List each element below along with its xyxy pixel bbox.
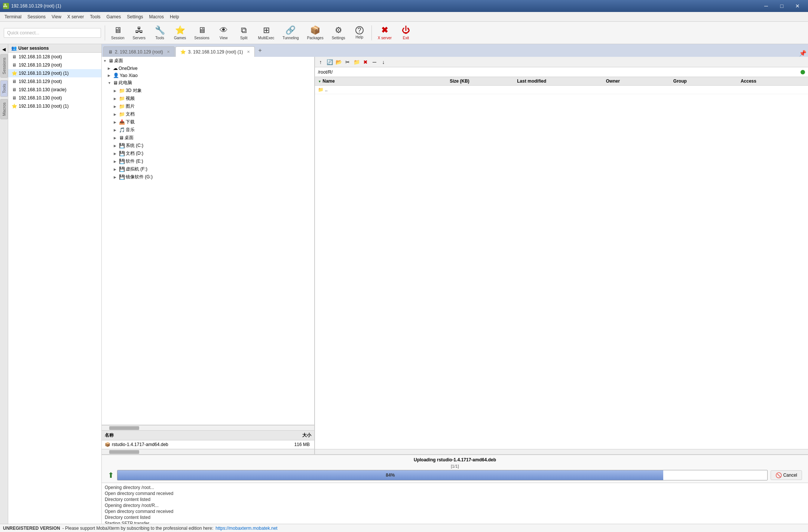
local-file-item[interactable]: 📦 rstudio-1.4.1717-amd64.deb 116 MB — [102, 440, 314, 449]
status-link[interactable]: https://mobaxterm.mobatek.net — [215, 526, 277, 531]
session-icon-1: 🖥 — [11, 62, 17, 68]
sidebar-tab-macros[interactable]: Macros — [0, 99, 8, 119]
tree-item[interactable]: ▶ 📁 视频 — [102, 95, 314, 102]
menu-xserver[interactable]: X server — [64, 13, 87, 20]
tab-close-0[interactable]: ✕ — [167, 50, 170, 54]
log-line-4: Open directory command received — [105, 508, 805, 514]
col-group-header[interactable]: Group — [672, 78, 739, 84]
toolbar-multiexec[interactable]: ⊞ MultiExec — [254, 23, 278, 43]
session-item[interactable]: 🖥 192.168.10.130 (oracle) — [8, 86, 101, 94]
tree-item[interactable]: ▶ 📁 图片 — [102, 102, 314, 110]
tree-item[interactable]: ▶ 💾 系统 (C:) — [102, 142, 314, 150]
tree-item[interactable]: ▶ 📥 下载 — [102, 118, 314, 126]
tree-toggle[interactable]: ▶ — [114, 97, 118, 101]
menu-terminal[interactable]: Terminal — [1, 13, 24, 20]
new-tab-button[interactable]: + — [255, 46, 265, 55]
session-item[interactable]: 🖥 192.168.10.129 (root) — [8, 61, 101, 69]
tree-item[interactable]: ▶ 🖥 桌面 — [102, 134, 314, 142]
col-size-header[interactable]: Size (KB) — [448, 78, 515, 84]
tree-item[interactable]: ▶ 💾 虚拟机 (F:) — [102, 165, 314, 173]
col-modified-header[interactable]: Last modified — [515, 78, 604, 84]
toolbar-session[interactable]: 🖥 Session — [107, 23, 128, 43]
sftp-btn-rename[interactable]: ─ — [370, 58, 379, 66]
tab-0[interactable]: 🖥 2. 192.168.10.129 (root) ✕ — [103, 46, 175, 57]
tree-toggle[interactable]: ▶ — [114, 160, 118, 163]
tree-toggle[interactable]: ▶ — [114, 175, 118, 179]
toolbar-packages[interactable]: 📦 Packages — [303, 23, 327, 43]
maximize-button[interactable]: □ — [774, 0, 789, 12]
toolbar-tools[interactable]: 🔧 Tools — [150, 23, 169, 43]
menu-macros[interactable]: Macros — [146, 13, 167, 20]
tree-item[interactable]: ▶ 💾 镜像软件 (G:) — [102, 173, 314, 181]
tree-toggle[interactable]: ▶ — [114, 113, 118, 116]
tree-toggle[interactable]: ▶ — [114, 136, 118, 140]
sftp-btn-delete[interactable]: ✖ — [361, 58, 370, 66]
minimize-button[interactable]: ─ — [759, 0, 774, 12]
tree-item[interactable]: ▶ 👤 Yao Xiao — [102, 72, 314, 79]
session-item-active[interactable]: ⭐ 192.168.10.129 (root) (1) — [8, 69, 101, 77]
menu-tools[interactable]: Tools — [87, 13, 104, 20]
file-list-row[interactable]: 📁 .. — [315, 86, 808, 94]
sftp-btn-open[interactable]: 📂 — [334, 58, 343, 66]
tree-toggle[interactable]: ▶ — [114, 120, 118, 124]
tree-toggle[interactable]: ▶ — [108, 74, 112, 77]
toolbar-view[interactable]: 👁 View — [214, 23, 233, 43]
local-tree-scrollbar-h[interactable] — [102, 425, 314, 430]
tree-toggle[interactable]: ▶ — [114, 105, 118, 108]
tree-item[interactable]: ▶ ☁ OneDrive — [102, 65, 314, 72]
tree-toggle[interactable]: ▶ — [114, 167, 118, 171]
session-item[interactable]: 🖥 192.168.10.128 (root) — [8, 53, 101, 61]
quick-connect-input[interactable]: Quick connect... — [4, 28, 101, 38]
remote-scrollbar-h[interactable] — [315, 449, 808, 454]
sftp-btn-edit[interactable]: ✂ — [343, 58, 352, 66]
tree-toggle[interactable]: ▶ — [114, 152, 118, 156]
tree-toggle[interactable]: ▶ — [114, 89, 118, 93]
tab-close-1[interactable]: ✕ — [247, 50, 250, 54]
tree-toggle[interactable]: ▶ — [108, 67, 112, 70]
tree-item[interactable]: ▶ 📁 3D 对象 — [102, 87, 314, 95]
toolbar-games[interactable]: ⭐ Games — [170, 23, 190, 43]
col-name-header[interactable]: ▼ Name — [316, 78, 448, 84]
tree-item[interactable]: ▼ 🖥 桌面 — [102, 57, 314, 65]
tree-toggle[interactable]: ▼ — [108, 81, 112, 85]
sftp-btn-refresh[interactable]: 🔄 — [325, 58, 334, 66]
toolbar-exit[interactable]: ⏻ Exit — [396, 23, 416, 43]
tree-toggle[interactable]: ▼ — [103, 59, 108, 63]
toolbar-sessions[interactable]: 🖥 Sessions — [190, 23, 213, 43]
cancel-button[interactable]: 🚫 Cancel — [771, 470, 802, 480]
menu-games[interactable]: Games — [104, 13, 124, 20]
toolbar-help[interactable]: ? Help — [350, 23, 369, 43]
sidebar-arrow[interactable]: ◀ — [0, 46, 8, 53]
close-button[interactable]: ✕ — [790, 0, 805, 12]
col-owner-header[interactable]: Owner — [605, 78, 672, 84]
session-item[interactable]: ⭐ 192.168.10.130 (root) (1) — [8, 102, 101, 110]
tree-label: 系统 (C:) — [126, 142, 143, 149]
sftp-btn-newfolder[interactable]: 📁 — [352, 58, 361, 66]
tree-item[interactable]: ▶ 📁 文档 — [102, 110, 314, 118]
tab-1[interactable]: ⭐ 3. 192.168.10.129 (root) (1) ✕ — [175, 46, 255, 57]
toolbar-settings[interactable]: ⚙ Settings — [328, 23, 349, 43]
menu-help[interactable]: Help — [167, 13, 182, 20]
session-item[interactable]: 🖥 192.168.10.130 (root) — [8, 94, 101, 102]
toolbar-split[interactable]: ⧉ Split — [234, 23, 254, 43]
local-file-scrollbar-h[interactable] — [102, 449, 314, 454]
tree-item[interactable]: ▶ 💾 文档 (D:) — [102, 150, 314, 157]
tree-item[interactable]: ▶ 🎵 音乐 — [102, 126, 314, 134]
session-item[interactable]: 🖥 192.168.10.129 (root) — [8, 77, 101, 86]
menu-settings[interactable]: Settings — [124, 13, 146, 20]
tunneling-icon: 🔗 — [285, 25, 296, 35]
sftp-btn-download[interactable]: ↓ — [379, 58, 388, 66]
tree-toggle[interactable]: ▶ — [114, 144, 118, 148]
tree-toggle[interactable]: ▶ — [114, 128, 118, 132]
sidebar-tab-tools[interactable]: Tools — [0, 80, 8, 97]
tree-item[interactable]: ▶ 💾 软件 (E:) — [102, 157, 314, 165]
col-access-header[interactable]: Access — [739, 78, 807, 84]
sftp-btn-upload[interactable]: ↑ — [316, 58, 325, 66]
toolbar-tunneling[interactable]: 🔗 Tunneling — [279, 23, 303, 43]
menu-sessions[interactable]: Sessions — [24, 13, 49, 20]
toolbar-servers[interactable]: 🖧 Servers — [129, 23, 149, 43]
tree-item[interactable]: ▼ 🖥 此电脑 — [102, 79, 314, 87]
sidebar-tab-sessions[interactable]: Sessions — [0, 54, 8, 78]
toolbar-xserver[interactable]: ✖ X server — [374, 23, 395, 43]
menu-view[interactable]: View — [49, 13, 64, 20]
